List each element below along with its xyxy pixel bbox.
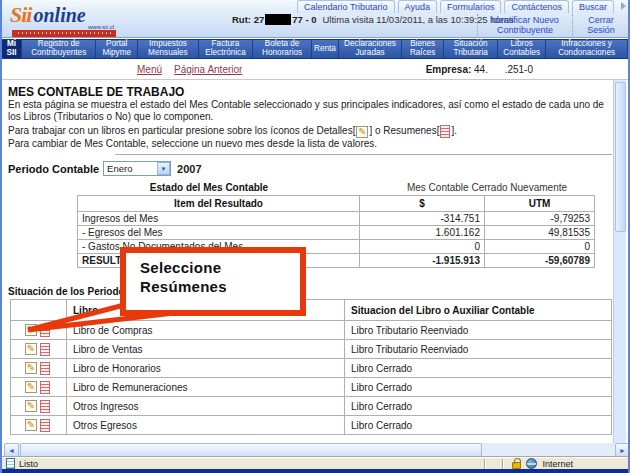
callout-text-line1: Seleccione (140, 259, 300, 278)
book-icons-cell: ✎ (11, 416, 67, 435)
menu-link[interactable]: Menú (137, 64, 162, 75)
dropdown-arrow-icon[interactable]: ▼ (157, 162, 170, 175)
company-label: Empresa: (426, 64, 472, 75)
subnav-links: Menú Página Anterior (137, 64, 242, 75)
callout-text-line2: Resúmenes (140, 278, 300, 297)
period-selector-row: Periodo Contable Enero ▼ 2007 (8, 161, 202, 176)
details-icon[interactable]: ✎ (25, 343, 37, 355)
books-header-row: Libro o Auxiliar Situacion del Libro o A… (11, 300, 612, 321)
book-name: Libro de Remuneraciones (67, 378, 345, 397)
top-link[interactable]: Ayuda (398, 0, 437, 13)
intro-paragraph-2: Para trabajar con un libros en particula… (8, 125, 608, 138)
book-icons-cell: ✎ (11, 397, 67, 416)
nav-item[interactable]: Declaraciones Juradas (339, 40, 402, 58)
vertical-scrollbar-thumb[interactable] (615, 82, 626, 232)
book-status: Libro Cerrado (345, 416, 612, 435)
nav-item[interactable]: Renta (312, 40, 339, 58)
result-value: -1.915.913 (360, 254, 485, 268)
nav-item[interactable]: Registro de Contribuyentes (22, 40, 96, 58)
divider (484, 459, 486, 469)
vertical-scrollbar[interactable] (613, 80, 626, 443)
details-icon[interactable]: ✎ (25, 419, 37, 431)
books-table: Libro o Auxiliar Situacion del Libro o A… (10, 299, 612, 435)
book-icons: ✎ (17, 324, 60, 337)
book-name: Otros Egresos (67, 416, 345, 435)
horizontal-scrollbar[interactable]: ◄ ► (4, 443, 630, 457)
situacion-section-title: Situación de los Periodos (8, 286, 130, 297)
divider (572, 14, 573, 36)
company-id: Empresa: 44. .251-0 (426, 64, 533, 75)
result-value: 0 (360, 240, 485, 254)
scroll-right-arrow-icon[interactable]: ► (615, 443, 630, 457)
summary-icon[interactable] (40, 324, 50, 337)
session-links: Identificar Nuevo Contribuyente Cerrar S… (472, 13, 624, 37)
intro-paragraph-3: Para cambiar de Mes Contable, seleccione… (8, 138, 608, 149)
top-link[interactable]: Buscar (572, 0, 614, 13)
divider (477, 14, 478, 36)
nav-item[interactable]: Boleta de Honorarios (253, 40, 312, 58)
period-month-select[interactable]: Enero ▼ (103, 161, 171, 176)
status-text: Listo (19, 459, 38, 469)
intro2-before: Para trabajar con un libros en particula… (8, 125, 355, 136)
details-icon[interactable]: ✎ (25, 362, 37, 374)
result-item-label: Ingresos del Mes (78, 212, 360, 226)
nav-item[interactable]: Portal Mipyme (96, 40, 138, 58)
horizontal-scrollbar-thumb[interactable] (20, 443, 482, 457)
lock-icon (512, 462, 521, 469)
result-row: Ingresos del Mes-314.751-9,79253 (78, 212, 595, 226)
nav-item[interactable]: Infracciones y Condonaciones (546, 40, 628, 58)
summary-icon[interactable] (40, 343, 50, 356)
book-status: Libro Tributario Reenviado (345, 321, 612, 340)
status-zone: Internet (512, 458, 573, 469)
details-icon[interactable]: ✎ (25, 400, 37, 412)
result-value: -314.751 (360, 212, 485, 226)
period-year: 2007 (177, 163, 201, 175)
book-name: Libro de Ventas (67, 340, 345, 359)
result-header-pesos: $ (360, 196, 485, 212)
nav-item[interactable]: Bienes Raíces (402, 40, 444, 58)
estado-mes-label: Estado del Mes Contable (79, 182, 339, 193)
summary-icon[interactable] (40, 400, 50, 413)
status-left: Listo (6, 458, 476, 469)
identify-new-taxpayer-link[interactable]: Identificar Nuevo Contribuyente (483, 15, 567, 36)
nav-item[interactable]: Situación Tributaria (444, 40, 498, 58)
result-header-utm: UTM (485, 196, 595, 212)
period-label: Periodo Contable (8, 163, 99, 175)
details-icon: ✎ (356, 126, 368, 138)
result-value: 1.601.162 (360, 226, 485, 240)
nav-item[interactable]: Mi SII (2, 40, 22, 58)
book-row: ✎Otros EgresosLibro Cerrado (11, 416, 612, 435)
rut-suffix: 77 - 0 (292, 14, 316, 25)
top-link[interactable]: Contáctenos (504, 0, 569, 13)
details-icon[interactable]: ✎ (25, 324, 37, 336)
top-link[interactable]: Formularios (440, 0, 502, 13)
rut-prefix: Rut: 27 (232, 14, 264, 25)
scroll-left-arrow-icon[interactable]: ◄ (4, 443, 19, 457)
zone-text: Internet (542, 459, 573, 469)
details-icon[interactable]: ✎ (25, 381, 37, 393)
logo-tagline-banner (12, 30, 116, 37)
logout-link[interactable]: Cerrar Sesión (578, 15, 624, 36)
books-table-body: ✎Libro de ComprasLibro Tributario Reenvi… (11, 321, 612, 435)
previous-page-link[interactable]: Página Anterior (174, 64, 242, 75)
nav-item[interactable]: Libros Contables (498, 40, 546, 58)
book-icons-cell: ✎ (11, 378, 67, 397)
result-value: -59,60789 (485, 254, 595, 268)
page-content: MES CONTABLE DE TRABAJO En esta página s… (4, 80, 615, 443)
callout-box: Seleccione Resúmenes (120, 247, 306, 316)
book-icons: ✎ (17, 400, 60, 413)
book-name: Otros Ingresos (67, 397, 345, 416)
nav-item[interactable]: Factura Electrónica (199, 40, 253, 58)
subnav-bar: Menú Página Anterior Empresa: 44. .251-0 (2, 59, 628, 80)
nav-item[interactable]: Impuestos Mensuales (138, 40, 199, 58)
book-icons-cell: ✎ (11, 321, 67, 340)
period-month-value: Enero (104, 163, 157, 174)
header-corner-icon (621, 2, 626, 10)
top-link[interactable]: Calendario Tributario (297, 0, 395, 13)
summary-icon[interactable] (40, 381, 50, 394)
divider-line (115, 154, 612, 155)
book-icons: ✎ (17, 419, 60, 432)
result-row: - Egresos del Mes1.601.16249,81535 (78, 226, 595, 240)
summary-icon[interactable] (40, 362, 50, 375)
summary-icon[interactable] (40, 419, 50, 432)
